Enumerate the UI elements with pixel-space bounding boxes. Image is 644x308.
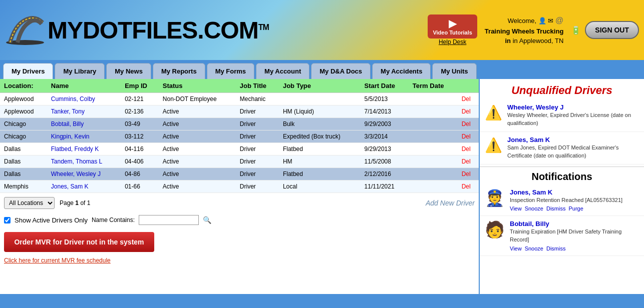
cell-emp-id: 01-66 [121, 180, 159, 193]
cell-del[interactable]: Del [458, 106, 479, 118]
delete-link[interactable]: Del [462, 170, 471, 178]
cell-name[interactable]: Tanker, Tony [47, 106, 121, 118]
nav-bar: My Drivers My Library My News My Reports… [0, 60, 644, 79]
notif-action-purge[interactable]: Purge [568, 206, 583, 212]
cell-job-title: Driver [236, 143, 279, 156]
driver-name-link[interactable]: Jones, Sam K [51, 183, 89, 190]
order-mvr-button[interactable]: Order MVR for Driver not in the system [4, 232, 154, 252]
unqual-driver-name[interactable]: Wheeler, Wesley J [507, 104, 639, 111]
add-driver-link[interactable]: Add New Driver [426, 199, 475, 207]
driver-name-link[interactable]: Tandem, Thomas L [51, 158, 103, 165]
notifications-list: 👮 Jones, Sam K Inspection Retention Reac… [480, 184, 644, 256]
notif-action-view[interactable]: View [510, 206, 522, 212]
play-icon: ▶ [433, 18, 472, 30]
cell-name[interactable]: Wheeler, Wesley J [47, 168, 121, 180]
tab-my-accidents[interactable]: My Accidents [372, 63, 431, 79]
cell-name[interactable]: Jones, Sam K [47, 180, 121, 193]
tab-my-drivers[interactable]: My Drivers [3, 63, 53, 79]
cell-del[interactable]: Del [458, 130, 479, 143]
logo-road-icon [5, 15, 45, 45]
help-desk-link[interactable]: Help Desk [428, 38, 477, 46]
driver-name-link[interactable]: Kingpin, Kevin [51, 133, 90, 140]
cell-status: Active [159, 106, 236, 118]
cell-del[interactable]: Del [458, 143, 479, 156]
tab-my-reports[interactable]: My Reports [153, 63, 205, 79]
mvr-fee-link[interactable]: Click here for current MVR fee schedule [4, 257, 475, 264]
delete-link[interactable]: Del [462, 108, 471, 115]
table-row: Dallas Wheeler, Wesley J 04-86 Active Dr… [0, 168, 479, 180]
tab-my-account[interactable]: My Account [256, 63, 309, 79]
show-active-label: Show Active Drivers Only [15, 216, 88, 224]
cell-del[interactable]: Del [458, 168, 479, 180]
cell-name[interactable]: Bobtail, Billy [47, 118, 121, 130]
delete-link[interactable]: Del [462, 120, 471, 128]
video-tutorials-button[interactable]: ▶ Video Tutorials [428, 14, 477, 38]
active-drivers-checkbox[interactable] [4, 217, 11, 224]
cell-term-date [409, 143, 458, 156]
cell-start-date: 2/12/2016 [361, 168, 409, 180]
welcome-location: in in Applewood, TN [505, 37, 563, 44]
notif-driver-name[interactable]: Jones, Sam K [510, 188, 622, 196]
notif-driver-name[interactable]: Bobtail, Billy [510, 220, 639, 228]
cell-job-title: Driver [236, 130, 279, 143]
cell-job-title: Driver [236, 180, 279, 193]
sign-out-button[interactable]: SIGN OUT [585, 21, 639, 39]
cell-term-date [409, 106, 458, 118]
tab-my-news[interactable]: My News [106, 63, 151, 79]
notif-action-snooze[interactable]: Snooze [525, 246, 543, 252]
driver-name-link[interactable]: Flatbed, Freddy K [51, 146, 99, 152]
cell-start-date: 3/3/2014 [361, 130, 409, 143]
cell-term-date [409, 180, 458, 193]
delete-link[interactable]: Del [462, 96, 471, 102]
search-icon-button[interactable]: 🔍 [203, 216, 211, 224]
cell-del[interactable]: Del [458, 93, 479, 106]
notif-action-dismiss[interactable]: Dismiss [546, 246, 566, 252]
cell-job-title: Mechanic [236, 93, 279, 106]
notif-action-snooze[interactable]: Snooze [525, 206, 543, 212]
cell-job-type [279, 93, 361, 106]
tab-my-forms[interactable]: My Forms [207, 63, 254, 79]
notif-info: Bobtail, Billy Training Expiration [HM D… [510, 220, 639, 252]
unqualified-driver-item: ⚠️ Jones, Sam K Sam Jones, Expired DOT M… [480, 132, 644, 164]
cell-del[interactable]: Del [458, 118, 479, 130]
cell-del[interactable]: Del [458, 180, 479, 193]
cell-start-date: 7/14/2013 [361, 106, 409, 118]
notif-action-view[interactable]: View [510, 246, 522, 252]
table-row: Applewood Tanker, Tony 02-136 Active Dri… [0, 106, 479, 118]
notifications-header: Notifications [480, 166, 644, 184]
cell-name[interactable]: Tandem, Thomas L [47, 156, 121, 168]
col-job-type: Job Type [279, 79, 361, 93]
cell-name[interactable]: Flatbed, Freddy K [47, 143, 121, 156]
cell-term-date [409, 168, 458, 180]
cell-term-date [409, 156, 458, 168]
delete-link[interactable]: Del [462, 146, 471, 152]
delete-link[interactable]: Del [462, 158, 471, 165]
unqualified-drivers-list: ⚠️ Wheeler, Wesley J Wesley Wheeler, Exp… [480, 100, 644, 164]
cell-job-type: Flatbed [279, 168, 361, 180]
tab-my-units[interactable]: My Units [432, 63, 476, 79]
notif-action-dismiss[interactable]: Dismiss [546, 206, 566, 212]
location-select[interactable]: All Locations [4, 197, 55, 209]
col-start-date: Start Date [361, 79, 409, 93]
driver-name-link[interactable]: Cummins, Colby [51, 96, 95, 102]
cell-name[interactable]: Cummins, Colby [47, 93, 121, 106]
driver-name-link[interactable]: Tanker, Tony [51, 108, 85, 115]
name-contains-input[interactable] [139, 215, 199, 225]
delete-link[interactable]: Del [462, 133, 471, 140]
cell-emp-id: 02-136 [121, 106, 159, 118]
cell-emp-id: 04-116 [121, 143, 159, 156]
delete-link[interactable]: Del [462, 183, 471, 190]
unqual-driver-name[interactable]: Jones, Sam K [507, 136, 639, 144]
cell-emp-id: 04-86 [121, 168, 159, 180]
driver-name-link[interactable]: Wheeler, Wesley J [51, 170, 101, 178]
tab-my-da-docs[interactable]: My D&A Docs [311, 63, 371, 79]
cell-job-type: Bulk [279, 118, 361, 130]
cell-term-date [409, 130, 458, 143]
cell-del[interactable]: Del [458, 156, 479, 168]
cell-job-type: Expedited (Box truck) [279, 130, 361, 143]
cell-name[interactable]: Kingpin, Kevin [47, 130, 121, 143]
driver-name-link[interactable]: Bobtail, Billy [51, 120, 84, 128]
tab-my-library[interactable]: My Library [55, 63, 105, 79]
col-emp-id: Emp ID [121, 79, 159, 93]
unqual-driver-desc: Wesley Wheeler, Expired Driver's License… [507, 112, 631, 126]
